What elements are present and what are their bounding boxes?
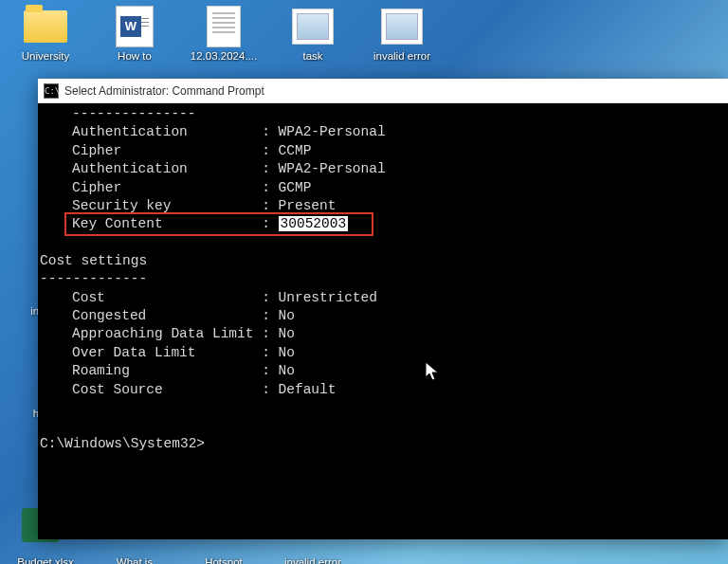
cost-settings-header: Cost settings — [38, 252, 724, 270]
cmd-output-row: Cost Source : Default — [38, 381, 724, 399]
desktop-icon-label: Hotspot — [205, 556, 243, 564]
cmd-value: CCMP — [279, 142, 312, 160]
cmd-key: Congested — [38, 307, 146, 325]
desktop-icon-label: What is — [117, 556, 153, 564]
dash-line: ------------- — [38, 270, 724, 288]
desktop-icon-bottom[interactable]: Budget.xlsx — [9, 554, 82, 564]
cmd-icon: C:\ — [44, 83, 59, 99]
cmd-titlebar[interactable]: C:\ Select Administrator: Command Prompt — [38, 79, 728, 103]
cmd-key: Authentication — [38, 160, 188, 178]
desktop-icon-label: invalid error — [284, 556, 341, 564]
screenshot-icon — [377, 6, 427, 47]
university-folder[interactable]: University — [9, 6, 82, 62]
desktop-icons-bottom: Budget.xlsxWhat isHotspotinvalid error — [9, 554, 349, 564]
cmd-key: Over Data Limit — [38, 344, 196, 362]
desktop-icon-label: 12.03.2024.... — [191, 50, 257, 62]
cmd-value: Default — [279, 381, 337, 399]
cmd-value: No — [279, 362, 295, 380]
prompt-line[interactable]: C:\Windows\System32> — [38, 435, 724, 453]
cmd-value: No — [279, 307, 295, 325]
cmd-title: Select Administrator: Command Prompt — [64, 84, 264, 98]
date-text[interactable]: 12.03.2024.... — [188, 6, 260, 62]
cmd-key: Cipher — [38, 179, 121, 197]
desktop-icon-bottom[interactable]: invalid error — [277, 554, 349, 564]
desktop-icon-label: University — [22, 50, 69, 62]
folder-icon — [21, 6, 70, 47]
cmd-output-row: Key Content : 30052003 — [38, 215, 724, 233]
cmd-output-row: Roaming : No — [38, 362, 724, 380]
cmd-key: Security key — [38, 197, 171, 215]
command-prompt-window[interactable]: C:\ Select Administrator: Command Prompt… — [38, 79, 728, 539]
desktop-icon-bottom[interactable]: Hotspot — [188, 554, 260, 564]
cmd-key: Roaming — [38, 362, 130, 380]
cmd-output-row: Authentication : WPA2-Personal — [38, 160, 724, 178]
cmd-output-row: Cipher : GCMP — [38, 179, 724, 197]
cmd-value: GCMP — [279, 179, 312, 197]
task-img[interactable]: task — [277, 6, 349, 62]
cmd-value: Present — [279, 197, 337, 215]
cmd-value: No — [279, 325, 295, 343]
cmd-key: Cipher — [38, 142, 121, 160]
cmd-value: WPA2-Personal — [279, 123, 386, 141]
cmd-output-row: Cipher : CCMP — [38, 142, 724, 160]
cmd-output-row: Cost : Unrestricted — [38, 289, 724, 307]
cmd-key: Key Content — [38, 215, 163, 233]
desktop-icons-top: UniversityHow to12.03.2024....taskinvali… — [0, 0, 728, 62]
dash-line: --------------- — [38, 105, 724, 123]
desktop-icon-label: How to — [118, 50, 152, 62]
text-icon — [199, 6, 248, 47]
cmd-key: Cost Source — [38, 381, 163, 399]
cmd-output-row: Approaching Data Limit : No — [38, 325, 724, 343]
screenshot-icon — [288, 6, 337, 47]
invalid-err-img[interactable]: invalid error — [366, 6, 438, 62]
howto-doc[interactable]: How to — [99, 6, 171, 62]
cmd-output-row: Authentication : WPA2-Personal — [38, 123, 724, 141]
word-icon — [110, 6, 159, 47]
cmd-output-row: Congested : No — [38, 307, 724, 325]
cmd-output-row: Security key : Present — [38, 197, 724, 215]
desktop-icon-label: Budget.xlsx — [17, 556, 73, 564]
cmd-value: No — [279, 344, 295, 362]
cmd-value: Unrestricted — [279, 289, 377, 307]
cmd-value: WPA2-Personal — [279, 160, 386, 178]
desktop-icon-label: invalid error — [373, 50, 430, 62]
cmd-key: Cost — [38, 289, 105, 307]
cmd-key: Authentication — [38, 123, 188, 141]
cmd-body[interactable]: --------------- Authentication : WPA2-Pe… — [38, 103, 728, 539]
cmd-key: Approaching Data Limit — [38, 325, 253, 343]
desktop-icon-label: task — [302, 50, 322, 62]
cmd-output-row: Over Data Limit : No — [38, 344, 724, 362]
desktop-icon-bottom[interactable]: What is — [99, 554, 171, 564]
highlighted-value: 30052003 — [279, 216, 349, 231]
